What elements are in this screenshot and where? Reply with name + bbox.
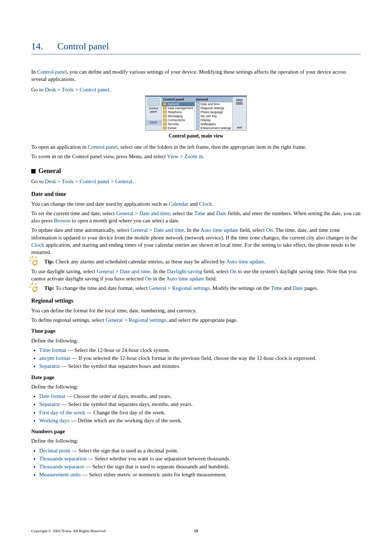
link-date-time[interactable]: Date and time (139, 210, 170, 216)
link-general[interactable]: General (149, 285, 166, 291)
link-auto-time-update[interactable]: Auto time update (166, 276, 204, 282)
globe-icon (196, 106, 200, 110)
link-tools[interactable]: Tools (62, 178, 74, 184)
option-term[interactable]: Measurement units (39, 472, 81, 477)
link-general[interactable]: General (131, 227, 148, 233)
link-browse[interactable]: Browse (54, 218, 71, 223)
folder-item[interactable]: Telephone (162, 110, 195, 114)
option-desc: — Select the symbol that separates days,… (60, 401, 192, 407)
chapter-name: Control panel (57, 41, 109, 52)
folder-item[interactable]: Security (162, 122, 195, 126)
label: Wallpapers (201, 122, 216, 126)
option-term[interactable]: Thousands separation (39, 456, 86, 461)
lightbulb-icon (32, 287, 37, 292)
link-regional-settings[interactable]: Regional settings (128, 317, 166, 323)
link-on[interactable]: On (145, 276, 151, 282)
settings-item[interactable]: Enhancement settings (195, 126, 232, 130)
label: Phone language (201, 110, 223, 114)
option-desc: — Change the first day of the week. (85, 410, 166, 415)
settings-item[interactable]: Regional settings (195, 106, 232, 110)
tip-icon (31, 258, 38, 265)
text: Go to (31, 87, 45, 93)
link-time-field[interactable]: Time (194, 210, 205, 216)
link-on[interactable]: On (266, 227, 273, 233)
link-zoom-in[interactable]: Zoom in (184, 153, 203, 159)
sep: > (134, 210, 139, 216)
option-term[interactable]: Separator (39, 401, 60, 407)
link-desk[interactable]: Desk (45, 178, 56, 184)
option-term[interactable]: am/pm format (39, 355, 70, 361)
link-date-field[interactable]: Date (216, 210, 226, 216)
folder-item[interactable]: Data management (162, 106, 195, 110)
softkey-exit[interactable]: Exit (233, 126, 246, 129)
date-options-list: Date format — Choose the order of days, … (39, 393, 361, 424)
text: , select one of the folders in the left … (118, 144, 307, 150)
link-calendar[interactable]: Calendar (169, 201, 188, 207)
text: . In the (150, 268, 167, 274)
link-auto-time-update[interactable]: Auto time update (226, 259, 264, 264)
settings-item[interactable]: My own key (195, 114, 232, 118)
option-term[interactable]: Working days (39, 418, 69, 423)
link-desk[interactable]: Desk (45, 87, 56, 93)
link-daylight-saving[interactable]: Daylight-saving (167, 268, 202, 274)
shot-item-pane: General Date and time Regional settings … (195, 97, 232, 130)
link-general[interactable]: General (115, 178, 132, 184)
link-view[interactable]: View (167, 153, 179, 159)
paragraph: To use daylight saving, select General >… (31, 268, 361, 283)
text: Go to (31, 178, 45, 184)
label: Enhancement settings (201, 126, 231, 130)
intro-paragraph: In Control panel, you can define and mod… (31, 68, 361, 83)
option-term[interactable]: Time format (39, 347, 66, 353)
settings-item[interactable]: Date and time (195, 102, 232, 106)
folder-item[interactable]: Connections (162, 118, 195, 122)
softkey-open[interactable]: Open folder (233, 98, 246, 105)
list-item: Time format — Select the 12-hour or 24-h… (39, 346, 361, 354)
link-control-panel[interactable]: Control panel (37, 69, 67, 75)
text: To update date and time automatically, s… (31, 227, 131, 233)
option-term[interactable]: Thousands separator (39, 464, 84, 469)
option-term[interactable]: Decimal point (39, 448, 70, 454)
link-general[interactable]: General (97, 268, 114, 274)
item-pane-title: General (195, 97, 232, 102)
subheading-date-page: Date page (31, 374, 361, 381)
link-control-panel[interactable]: Control panel (88, 144, 118, 150)
text: pages. (303, 285, 318, 291)
link-clock[interactable]: Clock (31, 242, 44, 248)
link-clock[interactable]: Clock (199, 201, 212, 207)
folder-item[interactable]: Extras (162, 126, 195, 130)
option-term[interactable]: Date format (39, 393, 65, 399)
shot-softkeys: Open folder Exit (232, 97, 246, 130)
link-control-panel[interactable]: Control panel (79, 87, 109, 93)
text: field. (204, 276, 217, 282)
link-date-page[interactable]: Date (293, 285, 303, 291)
folder-item[interactable]: Messaging (162, 114, 195, 118)
link-general[interactable]: General (106, 317, 123, 323)
link-tools[interactable]: Tools (62, 87, 74, 93)
text: to open a month grid where you can selec… (70, 218, 180, 223)
sep: > (56, 178, 62, 184)
list-item: Thousands separator — Select the sign th… (39, 463, 361, 470)
sep: > (74, 87, 79, 93)
folder-item[interactable]: General (162, 102, 195, 106)
link-auto-time-update[interactable]: Auto time update (200, 227, 238, 233)
link-control-panel[interactable]: Control panel (79, 178, 109, 184)
paragraph: Define the following: (31, 337, 361, 344)
text: To zoom in on the Control panel view, pr… (31, 153, 167, 159)
option-term[interactable]: Separator (39, 363, 60, 369)
list-item: Separator — Select the symbol that separ… (39, 401, 361, 408)
tip-icon (31, 284, 38, 292)
settings-item[interactable]: Wallpapers (195, 122, 232, 126)
link-time-page[interactable]: Time (271, 285, 282, 291)
link-regional-settings[interactable]: Regional settings (172, 285, 210, 291)
link-general[interactable]: General (116, 210, 133, 216)
option-term[interactable]: First day of the week (39, 410, 85, 415)
settings-item[interactable]: Display (195, 118, 232, 122)
text: To open an application in (31, 144, 88, 150)
settings-item[interactable]: Phone language (195, 110, 232, 114)
link-on[interactable]: On (230, 268, 236, 274)
list-item: Separator — Select the symbol that separ… (39, 362, 361, 370)
text: . In the (184, 227, 200, 233)
label: Regional settings (201, 106, 224, 110)
link-date-time[interactable]: Date and time (120, 268, 150, 274)
link-date-time[interactable]: Date and time (154, 227, 184, 233)
